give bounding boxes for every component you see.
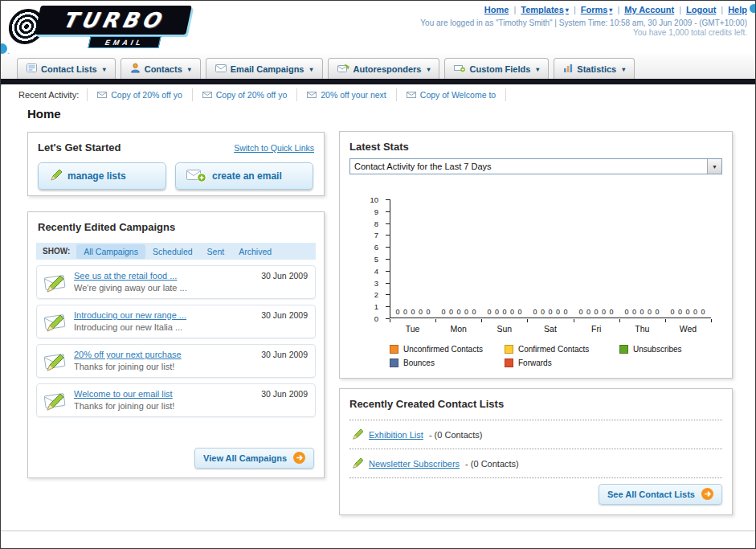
envelope-icon	[215, 64, 227, 74]
app-window: TURBO EMAIL HomeTemplatesFormsMy Account…	[0, 0, 756, 549]
campaign-item[interactable]: See us at the retail food ... We're givi…	[36, 265, 316, 299]
contact-list-link[interactable]: Exhibition List	[369, 430, 423, 440]
chevron-down-icon	[534, 64, 539, 74]
contact-list-count: - (0 Contacts)	[429, 430, 483, 440]
recent-activity-item[interactable]: Copy of Welcome to	[397, 88, 506, 101]
filter-all-campaigns[interactable]: All Campaigns	[76, 244, 145, 259]
y-tick-label: 10	[370, 195, 378, 204]
x-tick-label: Mon	[435, 324, 481, 334]
top-link-help[interactable]: Help	[716, 5, 747, 14]
campaigns-panel-title: Recently Edited Campaigns	[38, 221, 175, 233]
logo-wordmark: TURBO	[35, 6, 192, 35]
filter-sent[interactable]: Sent	[200, 244, 232, 259]
legend-label: Unconfirmed Contacts	[403, 345, 483, 354]
nav-tab-label: Email Campaigns	[231, 64, 304, 74]
switch-to-quick-links[interactable]: Switch to Quick Links	[234, 143, 314, 153]
view-all-campaigns-label: View All Campaigns	[203, 453, 287, 463]
nav-tab-contacts[interactable]: Contacts	[121, 58, 201, 79]
nav-tab-statistics[interactable]: Statistics	[554, 58, 635, 79]
latest-stats-panel: Latest Stats Contact Activity for the La…	[339, 131, 733, 379]
x-tick-label: Sun	[481, 324, 527, 334]
x-axis-ticks	[390, 319, 712, 322]
logo-subtext: EMAIL	[104, 39, 145, 47]
logo-subtext-bar: EMAIL	[88, 36, 161, 48]
top-nav: HomeTemplatesFormsMy AccountLogoutHelp	[484, 5, 747, 14]
envelope-icon	[307, 90, 317, 100]
stats-range-select[interactable]: Contact Activity for the Last 7 Days	[349, 158, 722, 174]
see-all-contact-lists-label: See All Contact Lists	[607, 490, 695, 499]
envelope-pencil-icon	[43, 270, 68, 297]
view-all-campaigns-button[interactable]: View All Campaigns	[194, 448, 314, 469]
campaign-subtitle: We're giving away our late ...	[74, 282, 309, 293]
contact-list-item[interactable]: Exhibition List - (0 Contacts)	[351, 424, 722, 445]
legend-item: Forwards	[505, 358, 619, 367]
page-title: Home	[27, 107, 61, 121]
x-tick-label: Sat	[527, 324, 573, 334]
contact-list-item[interactable]: Newsletter Subscribers - (0 Contacts)	[351, 453, 722, 474]
x-tick-label: Thu	[619, 324, 665, 334]
arrow-right-icon	[293, 452, 305, 465]
dotted-divider	[349, 477, 722, 478]
legend-swatch	[390, 358, 398, 367]
top-link-logout[interactable]: Logout	[674, 5, 716, 14]
x-axis-labels: TueMonSunSatFriThuWed	[390, 324, 711, 334]
app-logo[interactable]: TURBO EMAIL	[9, 3, 210, 51]
nav-tab-email-campaigns[interactable]: Email Campaigns	[206, 58, 323, 79]
envelope-plus-icon	[186, 168, 206, 185]
select-dropdown-icon	[707, 159, 721, 174]
see-all-contact-lists-button[interactable]: See All Contact Lists	[599, 484, 722, 505]
legend-swatch	[390, 345, 398, 354]
campaign-date: 30 Jun 2009	[261, 350, 308, 359]
dotted-divider	[349, 420, 722, 420]
value-label-group: 0 0 0 0 0	[390, 308, 436, 316]
campaign-date: 30 Jun 2009	[261, 271, 308, 281]
create-email-label: create an email	[212, 170, 282, 182]
campaign-item[interactable]: 20% off your next purchase Thanks for jo…	[36, 344, 316, 378]
show-label: SHOW:	[43, 247, 70, 256]
nav-tab-label: Autoresponders	[353, 64, 422, 74]
top-link-templates[interactable]: Templates	[509, 5, 568, 14]
campaign-item[interactable]: Introducing our new range ... Introducin…	[36, 305, 316, 338]
get-started-title: Let's Get Started	[38, 141, 121, 154]
recent-activity-item[interactable]: Copy of 20% off yo	[193, 88, 298, 101]
envelope-icon	[202, 90, 212, 100]
legend-item: Unsubscribes	[619, 345, 734, 354]
credits-status: You have 1,000 total credits left.	[633, 28, 747, 37]
legend-label: Unsubscribes	[633, 345, 682, 354]
top-link-my-account[interactable]: My Account	[612, 5, 674, 14]
contacts-icon	[130, 63, 141, 75]
filter-scheduled[interactable]: Scheduled	[145, 244, 200, 259]
nav-tab-custom-fields[interactable]: Custom Fields	[444, 58, 549, 79]
nav-tab-autoresponders[interactable]: Autoresponders	[328, 58, 440, 79]
login-status: You are logged in as "Timothy Smith" | S…	[420, 18, 747, 27]
manage-lists-button[interactable]: manage lists	[38, 162, 166, 190]
campaign-item[interactable]: Welcome to our email list Thanks for joi…	[36, 383, 316, 417]
chevron-down-icon	[186, 64, 191, 74]
get-started-panel: Let's Get Started Switch to Quick Links …	[27, 132, 325, 196]
envelope-icon	[407, 90, 416, 100]
campaign-subtitle: Thanks for joining our list!	[74, 400, 309, 412]
value-label-group: 0 0 0 0 0	[436, 308, 482, 316]
y-tick-label: 3	[374, 279, 378, 288]
value-label-group: 0 0 0 0 0	[482, 308, 528, 316]
legend-swatch	[505, 358, 513, 367]
value-label-group: 0 0 0 0 0	[574, 308, 619, 316]
nav-tab-contact-lists[interactable]: Contact Lists	[17, 58, 116, 79]
campaign-date: 30 Jun 2009	[261, 389, 308, 399]
y-axis-labels: 109876543210	[362, 199, 383, 318]
chevron-down-icon	[308, 64, 313, 74]
y-tick-label: 6	[374, 243, 378, 252]
recent-activity-item[interactable]: 20% off your next	[297, 88, 397, 101]
y-tick-label: 0	[374, 314, 378, 323]
filter-archived[interactable]: Archived	[231, 244, 279, 259]
value-label-group: 0 0 0 0 0	[665, 308, 711, 316]
top-link-home[interactable]: Home	[484, 5, 509, 14]
top-link-forms[interactable]: Forms	[569, 5, 613, 14]
recent-activity-item[interactable]: Copy of 20% off yo	[87, 88, 193, 101]
contact-list-link[interactable]: Newsletter Subscribers	[369, 459, 460, 469]
value-label-group: 0 0 0 0 0	[528, 308, 574, 316]
main-navbar: Contact Lists Contacts Email Campaigns A…	[1, 54, 755, 79]
create-email-button[interactable]: create an email	[175, 162, 313, 190]
legend-item: Bounces	[390, 358, 505, 367]
y-tick-label: 8	[374, 219, 378, 228]
